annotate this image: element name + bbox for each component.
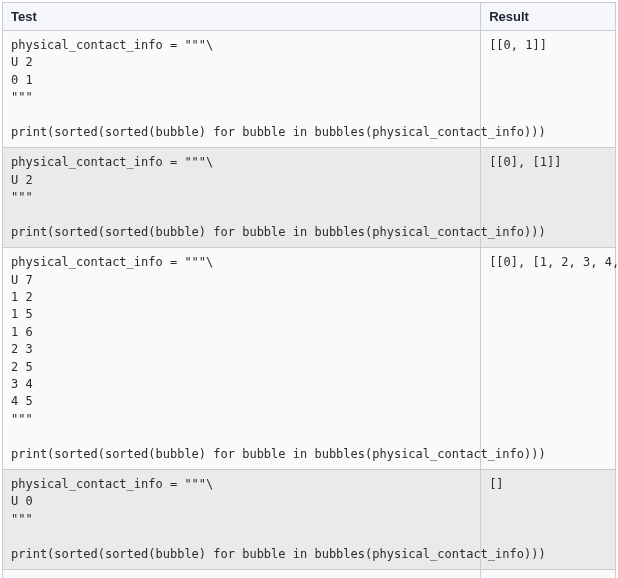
test-code: physical_contact_info = """\ U 2 0 1 """…: [11, 37, 472, 141]
result-code: [[0], [1]]: [489, 154, 607, 171]
col-header-test: Test: [3, 3, 481, 31]
col-header-result: Result: [481, 3, 616, 31]
test-cell: physical_contact_info = """\ U 2 0 1 """…: [3, 31, 481, 148]
table-header-row: Test Result: [3, 3, 616, 31]
table-row: physical_contact_info = """\ U 0 """ pri…: [3, 469, 616, 569]
table-row: physical_contact_info = """\ U 2 0 1 """…: [3, 31, 616, 148]
test-code: physical_contact_info = """\ U 2 """ pri…: [11, 154, 472, 241]
result-code: [[0, 1]]: [489, 37, 607, 54]
test-result-table: Test Result physical_contact_info = """\…: [2, 2, 616, 578]
test-code: physical_contact_info = """\ U 0 """ pri…: [11, 476, 472, 563]
result-cell: [[0]]: [481, 569, 616, 578]
result-code: []: [489, 476, 607, 493]
result-code: [[0], [1, 2, 3, 4, 5, 6]]: [489, 254, 607, 271]
result-cell: [[0], [1, 2, 3, 4, 5, 6]]: [481, 248, 616, 470]
test-code: physical_contact_info = """\ U 7 1 2 1 5…: [11, 254, 472, 463]
table-row: physical_contact_info = """\ U 1 """ pri…: [3, 569, 616, 578]
test-cell: physical_contact_info = """\ U 7 1 2 1 5…: [3, 248, 481, 470]
test-cell: physical_contact_info = """\ U 0 """ pri…: [3, 469, 481, 569]
table-row: physical_contact_info = """\ U 2 """ pri…: [3, 148, 616, 248]
table-row: physical_contact_info = """\ U 7 1 2 1 5…: [3, 248, 616, 470]
test-cell: physical_contact_info = """\ U 1 """ pri…: [3, 569, 481, 578]
test-cell: physical_contact_info = """\ U 2 """ pri…: [3, 148, 481, 248]
